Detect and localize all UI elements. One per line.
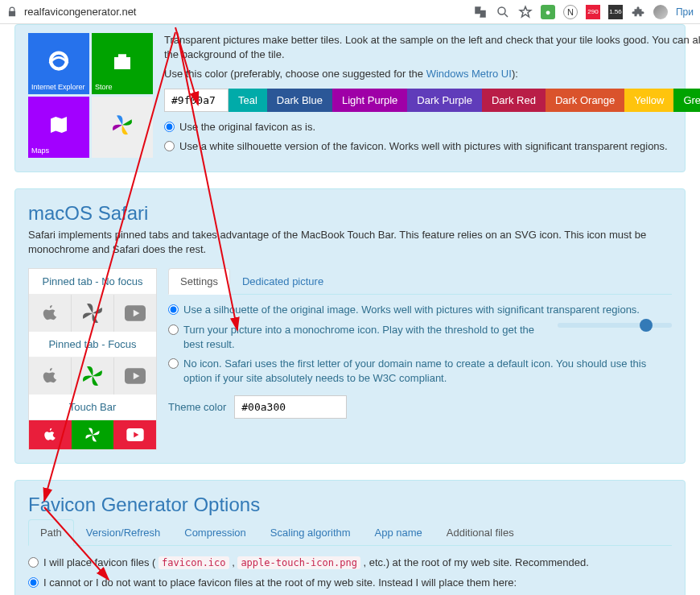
theme-color-label: Theme color <box>168 401 226 413</box>
touchbar-pinwheel <box>72 420 114 449</box>
options-title: Favicon Generator Options <box>28 494 672 516</box>
profile-avatar[interactable] <box>653 5 668 19</box>
tab-dedicated-picture[interactable]: Dedicated picture <box>230 268 336 295</box>
options-tabs: Path Version/Refresh Compression Scaling… <box>28 519 672 546</box>
metro-help-text-1: Transparent pictures make better tiles. … <box>164 33 700 62</box>
youtube-icon-gray <box>114 295 156 332</box>
swatch-dark-purple[interactable]: Dark Purple <box>407 89 482 112</box>
swatch-yellow[interactable]: Yellow <box>624 89 673 112</box>
ext-icon-1[interactable]: ● <box>541 5 555 19</box>
windows-metro-section: Internet Explorer Store Maps Transparent… <box>14 24 686 172</box>
lock-icon <box>6 6 18 18</box>
safari-radio-noicon-input[interactable] <box>168 358 179 369</box>
metro-radio-silhouette-input[interactable] <box>164 141 175 151</box>
swatch-dark-orange[interactable]: Dark Orange <box>546 89 624 112</box>
extensions-icon[interactable] <box>631 5 645 19</box>
theme-color-input[interactable] <box>234 395 347 419</box>
metro-color-row: Teal Dark Blue Light Purple Dark Purple … <box>164 89 700 112</box>
safari-tabs: Settings Dedicated picture <box>168 268 672 295</box>
path-radio-custom[interactable]: I cannot or I do not want to place favic… <box>28 576 672 590</box>
pinwheel-icon-green <box>72 357 114 395</box>
touchbar-youtube <box>113 420 156 449</box>
opt-tab-path[interactable]: Path <box>28 519 74 546</box>
safari-radio-silhouette[interactable]: Use a silhouette of the original image. … <box>168 303 672 317</box>
url-text[interactable]: realfavicongenerator.net <box>24 6 467 18</box>
safari-radio-noicon[interactable]: No icon. Safari uses the first letter of… <box>168 357 672 386</box>
ext-icon-4[interactable]: 1.56 <box>608 5 623 19</box>
threshold-slider[interactable] <box>558 323 672 328</box>
metro-color-input[interactable] <box>164 89 229 112</box>
preview-nofocus-label: Pinned tab - No focus <box>29 269 156 295</box>
metro-radio-original-input[interactable] <box>164 122 175 132</box>
opt-tab-version[interactable]: Version/Refresh <box>74 519 173 546</box>
safari-radio-monochrome-input[interactable] <box>168 324 179 335</box>
apple-icon <box>29 295 72 332</box>
safari-title: macOS Safari <box>28 202 672 225</box>
opt-tab-scaling[interactable]: Scaling algorithm <box>258 519 363 546</box>
metro-radio-silhouette[interactable]: Use a white silhouette version of the fa… <box>164 139 700 154</box>
safari-radio-silhouette-input[interactable] <box>168 304 179 315</box>
preview-nofocus-row <box>29 295 156 332</box>
swatch-green[interactable]: Green <box>673 89 700 112</box>
ext-icon-2[interactable]: N <box>563 5 578 19</box>
tile-maps: Maps <box>28 97 89 158</box>
path-radio-root[interactable]: I will place favicon files ( favicon.ico… <box>28 556 672 570</box>
metro-help-text-2: Use this color (preferably, choose one s… <box>164 67 700 81</box>
opt-tab-additional[interactable]: Additional files <box>434 519 526 546</box>
translate-icon[interactable] <box>473 5 488 19</box>
metro-ui-link[interactable]: Windows Metro UI <box>426 68 512 80</box>
pinwheel-icon-gray <box>72 295 114 332</box>
browser-address-bar: realfavicongenerator.net ● N 290 1.56 Пр… <box>0 0 700 24</box>
tile-store: Store <box>92 33 153 94</box>
opt-tab-appname[interactable]: App name <box>363 519 434 546</box>
safari-preview: Pinned tab - No focus Pinned tab - Focus… <box>28 268 157 450</box>
tile-ie: Internet Explorer <box>28 33 89 94</box>
safari-subtitle: Safari implements pinned tabs and takes … <box>28 228 672 257</box>
swatch-light-purple[interactable]: Light Purple <box>332 89 407 112</box>
metro-radio-original[interactable]: Use the original favicon as is. <box>164 120 700 134</box>
preview-focus-row <box>29 357 156 395</box>
apple-icon <box>29 357 72 395</box>
options-section: Favicon Generator Options Path Version/R… <box>14 480 686 595</box>
zoom-icon[interactable] <box>496 5 510 19</box>
browser-extensions: ● N 290 1.56 При <box>473 5 694 19</box>
path-radio-custom-input[interactable] <box>28 577 39 588</box>
path-radio-root-input[interactable] <box>28 557 39 568</box>
tile-app <box>92 97 153 158</box>
swatch-dark-blue[interactable]: Dark Blue <box>267 89 332 112</box>
tab-settings[interactable]: Settings <box>168 268 230 295</box>
svg-point-0 <box>498 7 505 14</box>
profile-label: При <box>676 6 694 18</box>
preview-focus-label: Pinned tab - Focus <box>29 332 156 357</box>
preview-touchbar-row <box>29 420 156 449</box>
swatch-teal[interactable]: Teal <box>229 89 267 112</box>
swatch-dark-red[interactable]: Dark Red <box>482 89 546 112</box>
safari-section: macOS Safari Safari implements pinned ta… <box>14 188 686 464</box>
safari-radio-monochrome[interactable]: Turn your picture into a monochrome icon… <box>168 323 672 352</box>
opt-tab-compression[interactable]: Compression <box>172 519 258 546</box>
preview-touchbar-label: Touch Bar <box>29 395 156 420</box>
touchbar-apple <box>29 420 72 449</box>
youtube-icon-gray <box>114 357 156 395</box>
star-icon[interactable] <box>518 5 533 19</box>
ext-icon-3[interactable]: 290 <box>586 5 600 19</box>
metro-tiles-grid: Internet Explorer Store Maps <box>28 33 153 158</box>
